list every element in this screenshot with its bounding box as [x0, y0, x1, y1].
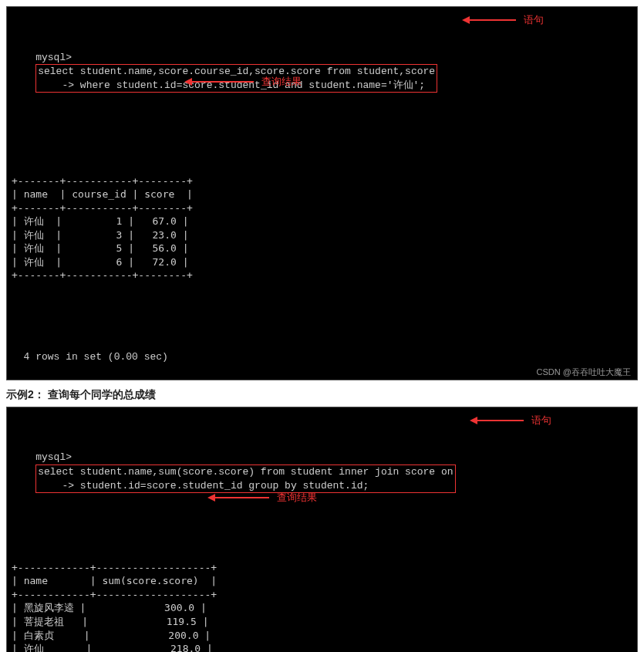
csdn-watermark: CSDN @吞吞吐吐大魔王 [537, 367, 631, 378]
sql-line-1: select student.name,sum(score.score) fro… [38, 466, 453, 478]
result-table-ex1: +-------+-----------+--------+ | name | … [12, 174, 632, 282]
mysql-prompt-cont: -> [38, 480, 74, 492]
mysql-prompt: mysql> [35, 451, 72, 463]
label-yuju: 语句 [524, 13, 544, 27]
sql-line-2: student.id=score.student_id group by stu… [80, 480, 369, 492]
mysql-prompt: mysql> [35, 52, 72, 63]
sql-box-ex2: select student.name,sum(score.score) fro… [35, 465, 455, 493]
arrow-icon [207, 494, 215, 502]
arrow-icon [462, 16, 470, 24]
heading-example-2: 示例2： 查询每个同学的总成绩 [6, 388, 638, 402]
arrow-icon [184, 78, 192, 86]
arrow-line [215, 497, 269, 498]
arrow-line [192, 81, 254, 83]
arrow-line [470, 19, 516, 21]
terminal-example-1: mysql> select student.name,score.course_… [6, 6, 638, 380]
mysql-prompt-cont: -> [38, 79, 74, 91]
label-yuju: 语句 [531, 414, 551, 427]
result-table-ex2: +------------+-------------------+ | nam… [12, 561, 632, 652]
terminal-example-2: mysql> select student.name,sum(score.sco… [6, 407, 638, 652]
arrow-line [477, 420, 524, 421]
label-chaxun: 查询结果 [261, 75, 302, 89]
arrow-icon [470, 417, 477, 424]
rows-footer: 4 rows in set (0.00 sec) [24, 351, 168, 363]
label-chaxun: 查询结果 [277, 491, 317, 505]
